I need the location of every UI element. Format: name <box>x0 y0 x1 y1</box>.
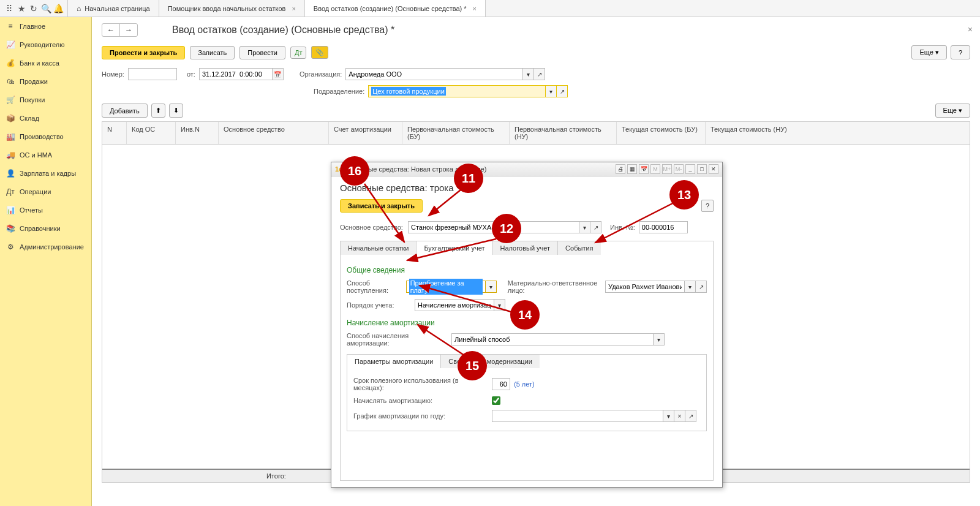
close-icon[interactable]: × <box>470 5 477 12</box>
chevron-down-icon[interactable]: ▾ <box>654 333 665 346</box>
col-n[interactable]: N <box>102 122 127 144</box>
m-icon[interactable]: M <box>650 164 660 174</box>
grid-icon[interactable]: ▦ <box>627 164 637 174</box>
content-area: × ← → Ввод остатков (создание) (Основные… <box>92 17 980 506</box>
org-input[interactable] <box>345 68 523 80</box>
open-icon[interactable]: ↗ <box>590 221 601 233</box>
clear-icon[interactable]: × <box>674 410 685 422</box>
sidebar-item-manager[interactable]: 📈Руководителю <box>0 36 91 54</box>
apps-icon[interactable]: ⠿ <box>5 4 13 13</box>
sidebar-item-reports[interactable]: 📊Отчеты <box>0 201 91 219</box>
col-code[interactable]: Код ОС <box>127 122 176 144</box>
schedule-input[interactable] <box>492 410 663 422</box>
tab-accounting[interactable]: Бухгалтерский учет <box>417 241 492 255</box>
attach-button[interactable]: 📎 <box>311 46 328 59</box>
tab-tax[interactable]: Налоговый учет <box>493 241 559 255</box>
do-amort-checkbox[interactable] <box>492 396 500 405</box>
search-icon[interactable]: 🔍 <box>42 4 50 13</box>
sidebar-item-admin[interactable]: ⚙Администрирование <box>0 238 91 256</box>
post-and-close-button[interactable]: Провести и закрыть <box>102 46 185 59</box>
sidebar-item-sales[interactable]: 🛍Продажи <box>0 72 91 91</box>
open-icon[interactable]: ↗ <box>534 68 545 80</box>
chevron-down-icon[interactable]: ▾ <box>494 299 505 311</box>
more-button[interactable]: Еще ▾ <box>911 45 946 59</box>
chevron-down-icon[interactable]: ▾ <box>486 281 497 293</box>
sidebar-item-salary[interactable]: 👤Зарплата и кадры <box>0 164 91 183</box>
calendar-icon[interactable]: 📅 <box>273 68 284 80</box>
subtab-params[interactable]: Параметры амортизации <box>347 355 441 368</box>
move-up-button[interactable]: ⬆ <box>151 104 165 118</box>
subtab-modernization[interactable]: Сведения о модернизации <box>441 355 540 368</box>
chevron-down-icon[interactable]: ▾ <box>685 281 696 293</box>
close-icon[interactable]: × <box>289 5 295 12</box>
invn-input[interactable] <box>639 221 688 233</box>
print-icon[interactable]: 🖨 <box>616 164 625 174</box>
callout-12: 12 <box>492 214 521 243</box>
col-asset[interactable]: Основное средство <box>219 122 329 144</box>
col-amort-acc[interactable]: Счет амортизации <box>329 122 402 144</box>
way-label: Способ поступления: <box>347 279 402 294</box>
order-input[interactable] <box>415 299 494 311</box>
sidebar-item-warehouse[interactable]: 📦Склад <box>0 109 91 127</box>
number-input[interactable] <box>128 68 177 80</box>
sidebar-item-production[interactable]: 🏭Производство <box>0 127 91 146</box>
col-cur-nu[interactable]: Текущая стоимость (НУ) <box>706 122 970 144</box>
chevron-down-icon[interactable]: ▾ <box>663 410 674 422</box>
way-input[interactable]: Приобретение за плату <box>406 281 486 293</box>
number-label: Номер: <box>102 70 124 78</box>
sidebar-item-main[interactable]: ≡Главное <box>0 17 91 36</box>
close-doc-button[interactable]: × <box>968 25 973 34</box>
open-icon[interactable]: ↗ <box>685 410 696 422</box>
col-init-bu[interactable]: Первоначальная стоимость (БУ) <box>402 122 510 144</box>
mol-input[interactable] <box>605 281 685 293</box>
calendar-icon[interactable]: 📅 <box>639 164 649 174</box>
dialog-help-button[interactable]: ? <box>701 200 714 212</box>
write-button[interactable]: Записать <box>190 46 235 59</box>
help-button[interactable]: ? <box>951 45 970 59</box>
open-icon[interactable]: ↗ <box>696 281 707 293</box>
amort-way-input[interactable] <box>451 333 654 346</box>
dept-input[interactable]: Цех готовой продукции <box>368 85 546 97</box>
tab-doc[interactable]: Ввод остатков (создание) (Основные средс… <box>305 0 486 17</box>
sidebar-item-purchases[interactable]: 🛒Покупки <box>0 91 91 109</box>
close-icon[interactable]: ✕ <box>709 164 718 174</box>
mminus-icon[interactable]: M- <box>674 164 684 174</box>
move-down-button[interactable]: ⬇ <box>169 104 183 118</box>
dialog-title: Основные средства: трока * <box>340 183 714 193</box>
post-button[interactable]: Провести <box>239 46 285 59</box>
minimize-icon[interactable]: _ <box>685 164 695 174</box>
date-input[interactable] <box>199 68 273 80</box>
dtkt-button[interactable]: Дт <box>290 47 307 59</box>
chevron-down-icon[interactable]: ▾ <box>579 221 590 233</box>
chevron-down-icon[interactable]: ▾ <box>546 85 557 97</box>
sidebar-item-operations[interactable]: ДтОперации <box>0 183 91 201</box>
bars-icon: 📊 <box>6 206 15 214</box>
history-icon[interactable]: ↻ <box>29 4 38 13</box>
do-amort-label: Начислять амортизацию: <box>353 397 488 404</box>
table-more-button[interactable]: Еще ▾ <box>935 104 970 118</box>
life-input[interactable] <box>492 378 510 390</box>
sidebar-item-label: Продажи <box>20 78 48 85</box>
bell-icon[interactable]: 🔔 <box>54 4 62 13</box>
tab-events[interactable]: События <box>558 241 600 255</box>
nav-arrows: ← → <box>102 23 138 37</box>
sidebar-item-bank[interactable]: 💰Банк и касса <box>0 54 91 72</box>
tab-home[interactable]: ⌂ Начальная страница <box>68 0 159 17</box>
chevron-down-icon[interactable]: ▾ <box>523 68 534 80</box>
tab-initial[interactable]: Начальные остатки <box>341 241 417 255</box>
forward-button[interactable]: → <box>120 24 137 36</box>
tab-helper[interactable]: Помощник ввода начальных остатков × <box>159 0 305 17</box>
star-icon[interactable]: ★ <box>17 4 26 13</box>
col-invn[interactable]: Инв.N <box>176 122 219 144</box>
add-row-button[interactable]: Добавить <box>102 104 148 118</box>
dialog-save-close-button[interactable]: Записать и закрыть <box>340 199 423 213</box>
col-init-nu[interactable]: Первоначальная стоимость (НУ) <box>510 122 617 144</box>
mplus-icon[interactable]: M+ <box>662 164 672 174</box>
open-icon[interactable]: ↗ <box>557 85 568 97</box>
col-cur-bu[interactable]: Текущая стоимость (БУ) <box>617 122 706 144</box>
sidebar-item-assets[interactable]: 🚚ОС и НМА <box>0 146 91 164</box>
maximize-icon[interactable]: □ <box>697 164 707 174</box>
back-button[interactable]: ← <box>102 24 120 36</box>
dialog-titlebar[interactable]: 1c Основные средства: Новая строка дприя… <box>331 162 722 176</box>
sidebar-item-catalogs[interactable]: 📚Справочники <box>0 219 91 238</box>
